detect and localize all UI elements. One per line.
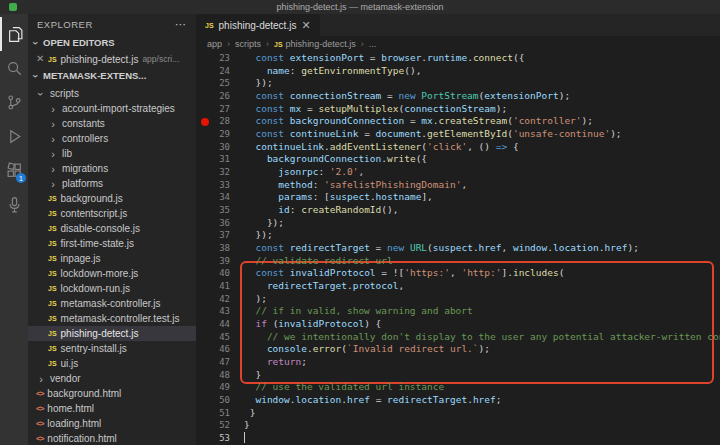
line-number[interactable]: 53 <box>196 432 230 445</box>
line-number[interactable]: 36 <box>196 217 230 230</box>
line-number[interactable]: 25 <box>196 77 230 90</box>
open-editors-section[interactable]: › OPEN EDITORS <box>28 34 196 51</box>
search-icon[interactable] <box>0 51 28 85</box>
tree-item-contentscript.js[interactable]: JScontentscript.js <box>28 206 196 221</box>
line-number[interactable]: 34 <box>196 191 230 204</box>
code-line-34[interactable]: 34 params: [suspect.hostname], <box>196 191 720 204</box>
tree-item-ui.js[interactable]: JSui.js <box>28 356 196 371</box>
tree-item-migrations[interactable]: ›migrations <box>28 161 196 176</box>
line-number[interactable]: 48 <box>196 369 230 382</box>
more-actions-icon[interactable]: ⋯ <box>175 18 187 31</box>
code-line-25[interactable]: 25 }); <box>196 77 720 90</box>
line-number[interactable]: 23 <box>196 52 230 65</box>
line-number[interactable]: 46 <box>196 343 230 356</box>
source-control-icon[interactable] <box>0 85 28 119</box>
code-line-48[interactable]: 48 } <box>196 369 720 382</box>
code-line-39[interactable]: 39 // validate redirect url <box>196 255 720 268</box>
tree-item-platforms[interactable]: ›platforms <box>28 176 196 191</box>
code-line-36[interactable]: 36 }); <box>196 217 720 230</box>
code-line-37[interactable]: 37 }); <box>196 229 720 242</box>
tree-item-metamask-controller.test.js[interactable]: JSmetamask-controller.test.js <box>28 311 196 326</box>
line-number[interactable]: 51 <box>196 407 230 420</box>
tree-item-sentry-install.js[interactable]: JSsentry-install.js <box>28 341 196 356</box>
breadcrumb-item-app[interactable]: app <box>207 39 222 49</box>
breadcrumb-item-phishing-detect.js[interactable]: JSphishing-detect.js <box>274 39 356 49</box>
code-line-47[interactable]: 47 return; <box>196 356 720 369</box>
line-number[interactable]: 33 <box>196 179 230 192</box>
line-number[interactable]: 49 <box>196 381 230 394</box>
code-line-45[interactable]: 45 // we intentionally don't display to … <box>196 331 720 344</box>
tree-item-first-time-state.js[interactable]: JSfirst-time-state.js <box>28 236 196 251</box>
line-number[interactable]: 42 <box>196 293 230 306</box>
code-line-51[interactable]: 51 } <box>196 407 720 420</box>
tab-phishing-detect[interactable]: JS phishing-detect.js ✕ <box>196 14 320 36</box>
code-line-49[interactable]: 49 // use the validated url instance <box>196 381 720 394</box>
code-line-43[interactable]: 43 // if in valid, show warning and abor… <box>196 305 720 318</box>
line-number[interactable]: 38 <box>196 242 230 255</box>
code-line-50[interactable]: 50 window.location.href = redirectTarget… <box>196 394 720 407</box>
line-number[interactable]: 50 <box>196 394 230 407</box>
line-number[interactable]: 45 <box>196 331 230 344</box>
tree-item-background.js[interactable]: JSbackground.js <box>28 191 196 206</box>
tree-item-lib[interactable]: ›lib <box>28 146 196 161</box>
line-number[interactable]: 41 <box>196 280 230 293</box>
tree-item-vendor[interactable]: ›vendor <box>28 371 196 386</box>
line-number[interactable]: 37 <box>196 229 230 242</box>
workspace-section[interactable]: › METAMASK-EXTENS... <box>28 67 196 84</box>
mic-icon[interactable] <box>0 187 28 221</box>
line-number[interactable]: 24 <box>196 65 230 78</box>
line-number[interactable]: 30 <box>196 141 230 154</box>
tree-item-loading.html[interactable]: <>loading.html <box>28 416 196 431</box>
line-number[interactable]: 31 <box>196 153 230 166</box>
close-tab-icon[interactable]: ✕ <box>301 20 310 30</box>
code-line-30[interactable]: 30 continueLink.addEventListener('click'… <box>196 141 720 154</box>
tree-item-home.html[interactable]: <>home.html <box>28 401 196 416</box>
line-number[interactable]: 26 <box>196 90 230 103</box>
code-line-52[interactable]: 52} <box>196 419 720 432</box>
tree-item-lockdown-run.js[interactable]: JSlockdown-run.js <box>28 281 196 296</box>
line-number[interactable]: 47 <box>196 356 230 369</box>
code-line-46[interactable]: 46 console.error(`Invalid redirect url.`… <box>196 343 720 356</box>
code-line-40[interactable]: 40 const invalidProtocol = !['https:', '… <box>196 267 720 280</box>
explorer-icon[interactable] <box>0 17 28 51</box>
code-line-41[interactable]: 41 redirectTarget.protocol, <box>196 280 720 293</box>
tree-item-background.html[interactable]: <>background.html <box>28 386 196 401</box>
tree-item-metamask-controller.js[interactable]: JSmetamask-controller.js <box>28 296 196 311</box>
line-number[interactable]: 44 <box>196 318 230 331</box>
tree-item-constants[interactable]: ›constants <box>28 116 196 131</box>
code-line-33[interactable]: 33 method: 'safelistPhishingDomain', <box>196 179 720 192</box>
code-editor[interactable]: 23 const extensionPort = browser.runtime… <box>196 52 720 445</box>
code-line-38[interactable]: 38 const redirectTarget = new URL(suspec… <box>196 242 720 255</box>
close-icon[interactable]: ✕ <box>36 54 44 64</box>
line-number[interactable]: 29 <box>196 128 230 141</box>
tree-item-scripts[interactable]: ›scripts <box>28 86 196 101</box>
line-number[interactable]: 52 <box>196 419 230 432</box>
line-number[interactable]: 32 <box>196 166 230 179</box>
breadcrumb-item-scripts[interactable]: scripts <box>235 39 261 49</box>
line-number[interactable]: 43 <box>196 305 230 318</box>
open-editor-item[interactable]: ✕ JS phishing-detect.js app/scri... <box>28 51 196 67</box>
tree-item-account-import-strategies[interactable]: ›account-import-strategies <box>28 101 196 116</box>
code-line-44[interactable]: 44 if (invalidProtocol) { <box>196 318 720 331</box>
line-number[interactable]: 35 <box>196 204 230 217</box>
debug-icon[interactable] <box>0 119 28 153</box>
code-line-35[interactable]: 35 id: createRandomId(), <box>196 204 720 217</box>
code-line-28[interactable]: 28 const backgroundConnection = mx.creat… <box>196 115 720 128</box>
tree-item-inpage.js[interactable]: JSinpage.js <box>28 251 196 266</box>
code-line-23[interactable]: 23 const extensionPort = browser.runtime… <box>196 52 720 65</box>
code-line-29[interactable]: 29 const continueLink = document.getElem… <box>196 128 720 141</box>
breakpoint-icon[interactable] <box>201 118 209 126</box>
tree-item-phishing-detect.js[interactable]: JSphishing-detect.js <box>28 326 196 341</box>
code-line-24[interactable]: 24 name: getEnvironmentType(), <box>196 65 720 78</box>
line-number[interactable]: 27 <box>196 103 230 116</box>
tree-item-lockdown-more.js[interactable]: JSlockdown-more.js <box>28 266 196 281</box>
line-number[interactable]: 40 <box>196 267 230 280</box>
tree-item-notification.html[interactable]: <>notification.html <box>28 431 196 445</box>
tree-item-disable-console.js[interactable]: JSdisable-console.js <box>28 221 196 236</box>
code-line-26[interactable]: 26 const connectionStream = new PortStre… <box>196 90 720 103</box>
code-line-32[interactable]: 32 jsonrpc: '2.0', <box>196 166 720 179</box>
breadcrumb-item-...[interactable]: ... <box>369 39 377 49</box>
code-line-31[interactable]: 31 backgroundConnection.write({ <box>196 153 720 166</box>
code-line-27[interactable]: 27 const mx = setupMultiplex(connectionS… <box>196 103 720 116</box>
extensions-icon[interactable]: 1 <box>0 153 28 187</box>
